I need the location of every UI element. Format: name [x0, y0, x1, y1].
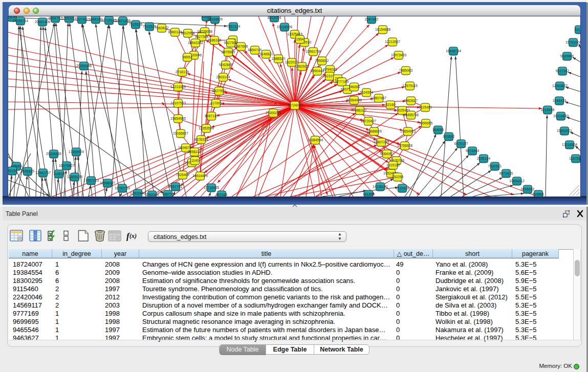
svg-text:10958107: 10958107: [100, 181, 115, 185]
svg-text:9899695: 9899695: [419, 121, 433, 125]
svg-text:746266: 746266: [349, 85, 360, 89]
svg-text:12213369: 12213369: [170, 85, 186, 89]
svg-text:15751074: 15751074: [565, 40, 580, 44]
svg-text:893892: 893892: [443, 135, 455, 138]
svg-text:9084067: 9084067: [380, 152, 394, 156]
svg-text:12942757: 12942757: [35, 171, 51, 174]
svg-text:924561: 924561: [533, 192, 545, 196]
svg-text:1527602: 1527602: [75, 17, 89, 21]
svg-text:14136141: 14136141: [373, 185, 388, 188]
svg-text:8960124: 8960124: [168, 30, 182, 34]
svg-text:2087682: 2087682: [365, 17, 379, 21]
svg-text:(x): (x): [129, 232, 137, 239]
svg-text:9694792: 9694792: [49, 16, 62, 20]
svg-text:3498222: 3498222: [188, 150, 202, 154]
svg-text:10961758: 10961758: [306, 50, 321, 53]
svg-text:7632621: 7632621: [488, 164, 502, 168]
svg-text:25300295: 25300295: [266, 111, 281, 115]
svg-text:2718176: 2718176: [176, 70, 189, 74]
svg-text:14055714: 14055714: [13, 19, 28, 23]
svg-text:10973493: 10973493: [391, 53, 406, 57]
svg-text:18807249: 18807249: [374, 140, 389, 144]
svg-text:7663822: 7663822: [155, 26, 169, 30]
svg-text:7515526: 7515526: [143, 25, 157, 28]
svg-text:9827503: 9827503: [195, 35, 209, 38]
svg-text:19166827: 19166827: [173, 132, 188, 135]
svg-text:12353594: 12353594: [199, 126, 214, 130]
svg-text:1292344: 1292344: [145, 193, 159, 196]
svg-text:12213967: 12213967: [385, 40, 400, 43]
svg-text:2867608: 2867608: [234, 45, 248, 48]
svg-text:3215958: 3215958: [541, 108, 555, 112]
svg-text:7625402: 7625402: [176, 173, 190, 177]
svg-text:9245652: 9245652: [521, 187, 535, 191]
svg-text:17957223: 17957223: [83, 179, 99, 182]
svg-text:8454749: 8454749: [248, 48, 262, 52]
svg-text:8678334: 8678334: [194, 138, 208, 141]
svg-text:3875685: 3875685: [222, 50, 235, 54]
svg-text:9146821: 9146821: [259, 52, 273, 56]
svg-text:15692921: 15692921: [557, 129, 572, 133]
svg-text:9327508: 9327508: [224, 41, 238, 45]
svg-text:1244419: 1244419: [553, 99, 567, 102]
svg-text:20206535: 20206535: [46, 152, 61, 156]
svg-text:10807487: 10807487: [371, 96, 386, 100]
svg-text:1733426: 1733426: [396, 186, 409, 190]
svg-text:16782759: 16782759: [115, 186, 130, 190]
svg-text:11171: 11171: [575, 28, 580, 31]
svg-text:15720407: 15720407: [361, 119, 376, 123]
svg-text:16671355: 16671355: [115, 19, 130, 23]
svg-text:945779: 945779: [162, 192, 174, 196]
svg-text:3624554: 3624554: [360, 91, 374, 94]
svg-text:16848784: 16848784: [446, 49, 461, 53]
svg-text:20691406: 20691406: [35, 20, 50, 24]
svg-text:157164: 157164: [216, 193, 228, 196]
svg-text:9242848: 9242848: [219, 63, 233, 67]
svg-text:2803144: 2803144: [216, 75, 230, 79]
svg-text:12093822: 12093822: [552, 84, 568, 87]
svg-text:20053346: 20053346: [76, 64, 92, 68]
svg-text:10107553: 10107553: [170, 101, 186, 105]
svg-text:9474444: 9474444: [466, 149, 480, 152]
svg-text:9777169: 9777169: [335, 80, 349, 83]
svg-text:16914479: 16914479: [192, 174, 208, 178]
svg-text:16543382: 16543382: [188, 41, 203, 45]
svg-text:2935114: 2935114: [477, 157, 490, 160]
svg-text:1588520: 1588520: [272, 57, 286, 60]
svg-text:1140: 1140: [191, 159, 199, 162]
svg-text:98961: 98961: [183, 55, 192, 59]
svg-text:9329966: 9329966: [560, 54, 574, 58]
svg-text:9227342: 9227342: [556, 69, 570, 73]
svg-text:9463627: 9463627: [404, 99, 418, 102]
svg-text:19654985: 19654985: [170, 117, 186, 120]
svg-text:16033809: 16033809: [207, 17, 223, 21]
svg-text:8990448: 8990448: [311, 69, 324, 73]
svg-text:10654112: 10654112: [509, 179, 525, 183]
svg-text:1156829: 1156829: [21, 169, 34, 173]
svg-text:1564: 1564: [296, 37, 303, 41]
svg-text:7515526: 7515526: [129, 23, 143, 26]
svg-text:10719185: 10719185: [101, 18, 117, 22]
svg-text:252254: 252254: [392, 175, 404, 179]
svg-text:16210643: 16210643: [553, 114, 569, 118]
svg-text:12923446: 12923446: [130, 191, 145, 195]
svg-text:8912956: 8912956: [181, 31, 195, 35]
svg-text:8471676: 8471676: [499, 171, 513, 175]
svg-text:8186328: 8186328: [208, 38, 222, 42]
svg-text:1615112: 1615112: [386, 163, 400, 167]
svg-text:114519: 114519: [53, 172, 64, 176]
svg-text:16154838: 16154838: [375, 28, 390, 31]
svg-text:10756928: 10756928: [397, 144, 412, 147]
svg-text:18724007: 18724007: [287, 103, 302, 107]
svg-text:19218506: 19218506: [277, 25, 292, 29]
svg-text:8267110: 8267110: [205, 114, 218, 118]
svg-text:12505135: 12505135: [67, 175, 82, 179]
svg-text:15716485: 15716485: [204, 186, 219, 189]
svg-text:20364436: 20364436: [346, 98, 362, 102]
svg-text:9457791: 9457791: [169, 185, 183, 188]
svg-text:1167534: 1167534: [569, 157, 580, 160]
svg-text:17016504: 17016504: [562, 143, 577, 146]
svg-text:6466160: 6466160: [89, 17, 103, 21]
svg-text:62160: 62160: [386, 103, 396, 106]
svg-text:12975115: 12975115: [402, 84, 418, 87]
